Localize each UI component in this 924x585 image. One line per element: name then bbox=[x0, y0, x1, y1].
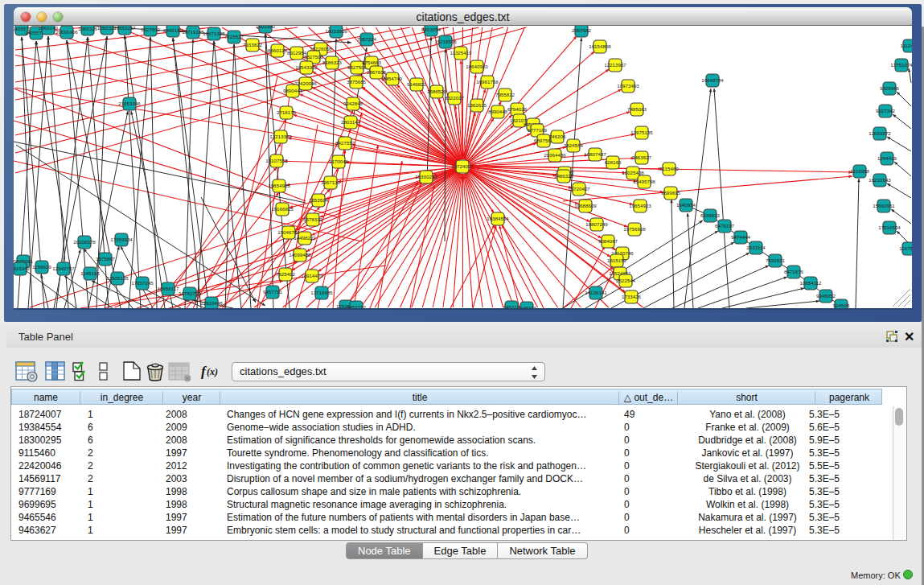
svg-text:1733426: 1733426 bbox=[622, 294, 642, 299]
svg-text:17016504: 17016504 bbox=[878, 225, 901, 230]
svg-text:2522544: 2522544 bbox=[616, 278, 636, 283]
svg-text:18640910: 18640910 bbox=[466, 64, 488, 69]
svg-text:14136141: 14136141 bbox=[585, 290, 607, 295]
svg-text:21053346: 21053346 bbox=[118, 101, 141, 106]
svg-text:6794028: 6794028 bbox=[507, 106, 528, 112]
svg-text:10807487: 10807487 bbox=[584, 151, 606, 157]
svg-text:9474444: 9474444 bbox=[731, 234, 751, 240]
svg-text:10543362: 10543362 bbox=[295, 64, 318, 70]
svg-text:15720407: 15720407 bbox=[568, 186, 590, 192]
svg-text:2803144: 2803144 bbox=[341, 119, 361, 125]
svg-text:924505: 924505 bbox=[833, 303, 850, 308]
svg-text:9463627: 9463627 bbox=[632, 154, 652, 160]
svg-text:1362615: 1362615 bbox=[467, 102, 487, 108]
svg-text:20364436: 20364436 bbox=[544, 152, 566, 158]
svg-text:7515527: 7515527 bbox=[224, 34, 244, 39]
svg-text:9486322: 9486322 bbox=[554, 173, 574, 179]
svg-text:1615152: 1615152 bbox=[607, 257, 627, 263]
svg-text:9527508: 9527508 bbox=[347, 64, 368, 70]
svg-text:16107553: 16107553 bbox=[265, 158, 288, 163]
svg-text:1603380: 1603380 bbox=[256, 26, 276, 29]
svg-text:10958117: 10958117 bbox=[157, 286, 179, 291]
svg-text:1145193: 1145193 bbox=[80, 270, 100, 276]
svg-text:3215958: 3215958 bbox=[850, 168, 870, 174]
svg-text:9457791: 9457791 bbox=[263, 289, 283, 295]
svg-text:9146821: 9146821 bbox=[407, 81, 427, 87]
svg-text:746206: 746206 bbox=[549, 134, 566, 139]
svg-text:8471676: 8471676 bbox=[784, 269, 804, 274]
svg-text:3624554: 3624554 bbox=[564, 142, 584, 148]
svg-text:7955812: 7955812 bbox=[495, 92, 515, 97]
svg-text:18807249: 18807249 bbox=[585, 221, 608, 227]
svg-text:1653504: 1653504 bbox=[309, 197, 329, 203]
svg-text:11325419: 11325419 bbox=[450, 50, 472, 56]
svg-text:16961758: 16961758 bbox=[476, 79, 499, 84]
svg-text:8990448: 8990448 bbox=[488, 109, 508, 114]
svg-text:9890444: 9890444 bbox=[283, 88, 303, 93]
svg-text:8813054: 8813054 bbox=[421, 27, 441, 32]
svg-text:3875685: 3875685 bbox=[347, 79, 367, 84]
svg-text:10653267: 10653267 bbox=[113, 26, 136, 31]
svg-text:3915342: 3915342 bbox=[14, 266, 31, 271]
svg-text:7357224: 7357224 bbox=[357, 36, 377, 42]
svg-text:9227342: 9227342 bbox=[876, 108, 896, 113]
svg-text:3267130: 3267130 bbox=[321, 179, 341, 185]
svg-text:1244419: 1244419 bbox=[877, 155, 897, 161]
svg-text:19384554: 19384554 bbox=[487, 216, 509, 221]
svg-text:2718176: 2718176 bbox=[277, 109, 297, 115]
svg-text:9329966: 9329966 bbox=[880, 85, 900, 91]
svg-text:6939923: 6939923 bbox=[700, 212, 721, 218]
svg-text:16914479: 16914479 bbox=[301, 273, 323, 278]
svg-text:15300213: 15300213 bbox=[415, 174, 437, 179]
svg-text:1527602: 1527602 bbox=[141, 27, 161, 32]
svg-text:10973493: 10973493 bbox=[617, 83, 639, 89]
svg-text:5578332: 5578332 bbox=[303, 216, 323, 222]
svg-text:15046766: 15046766 bbox=[277, 229, 300, 235]
svg-text:9327500: 9327500 bbox=[304, 54, 324, 60]
svg-text:12093872: 12093872 bbox=[869, 130, 891, 136]
svg-text:13716485: 13716485 bbox=[310, 290, 333, 295]
svg-text:1112444: 1112444 bbox=[900, 43, 912, 48]
svg-text:(x): (x) bbox=[207, 366, 218, 377]
svg-text:10688609: 10688609 bbox=[574, 203, 597, 208]
svg-text:19218506: 19218506 bbox=[434, 39, 457, 44]
svg-text:12923448: 12923448 bbox=[200, 300, 223, 306]
svg-text:6479197: 6479197 bbox=[715, 223, 735, 229]
svg-text:16033809: 16033809 bbox=[325, 28, 347, 34]
svg-text:15495798: 15495798 bbox=[633, 179, 655, 184]
svg-text:12342757: 12342757 bbox=[52, 266, 75, 271]
svg-text:20206578: 20206578 bbox=[73, 239, 96, 245]
svg-text:19654985: 19654985 bbox=[268, 183, 290, 188]
svg-text:7163822: 7163822 bbox=[243, 42, 263, 47]
svg-text:9699695: 9699695 bbox=[661, 190, 681, 196]
svg-text:8454749: 8454749 bbox=[383, 76, 403, 81]
svg-text:10782759: 10782759 bbox=[179, 290, 201, 296]
svg-text:9115460: 9115460 bbox=[659, 166, 679, 171]
svg-text:10654112: 10654112 bbox=[799, 280, 822, 286]
svg-text:19654923: 19654923 bbox=[629, 203, 651, 208]
svg-text:14099485: 14099485 bbox=[289, 252, 311, 257]
svg-text:7632621: 7632621 bbox=[766, 257, 786, 263]
svg-text:10025438: 10025438 bbox=[622, 170, 644, 175]
svg-text:19756928: 19756928 bbox=[623, 226, 646, 232]
svg-text:9242848: 9242848 bbox=[343, 101, 363, 106]
svg-text:7625402: 7625402 bbox=[276, 271, 296, 277]
svg-text:1065326: 1065326 bbox=[78, 26, 98, 31]
svg-text:12213967: 12213967 bbox=[604, 62, 626, 68]
svg-text:9777169: 9777169 bbox=[528, 127, 548, 133]
svg-text:13751074: 13751074 bbox=[890, 62, 912, 68]
svg-text:2867608: 2867608 bbox=[367, 69, 387, 75]
svg-text:1167534: 1167534 bbox=[899, 245, 912, 251]
svg-text:8427552: 8427552 bbox=[335, 140, 355, 146]
svg-text:17359934: 17359934 bbox=[110, 237, 133, 242]
svg-text:20691406: 20691406 bbox=[55, 29, 78, 35]
svg-text:7485063: 7485063 bbox=[627, 106, 647, 112]
svg-text:16210643: 16210643 bbox=[869, 177, 891, 183]
svg-text:12975135: 12975135 bbox=[630, 130, 653, 135]
svg-text:12505135: 12505135 bbox=[106, 275, 129, 281]
svg-text:2087682: 2087682 bbox=[572, 27, 592, 33]
svg-text:9170046: 9170046 bbox=[329, 159, 349, 164]
svg-text:15692951: 15692951 bbox=[873, 203, 895, 208]
svg-text:19166825: 19166825 bbox=[271, 206, 294, 212]
svg-text:1156829: 1156829 bbox=[32, 264, 51, 270]
